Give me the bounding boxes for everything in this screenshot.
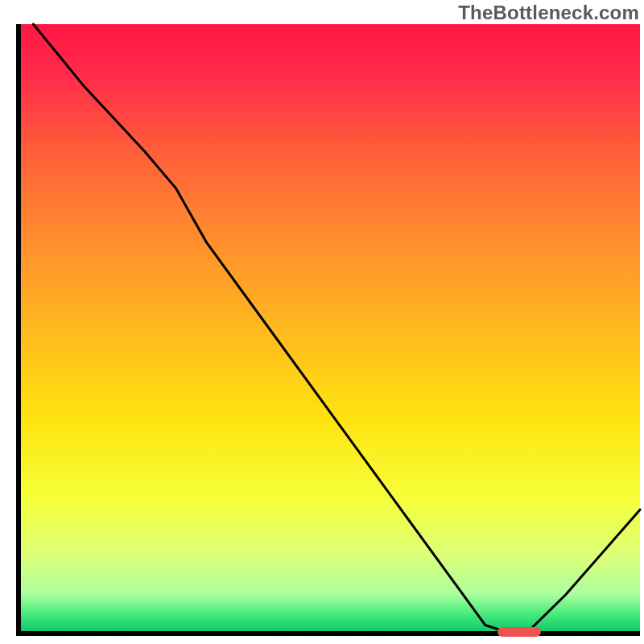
optimal-marker [497, 627, 541, 637]
chart-frame: TheBottleneck.com [0, 0, 644, 644]
bottleneck-plot [0, 0, 644, 644]
x-axis [16, 631, 640, 636]
y-axis [16, 24, 21, 636]
plot-background [21, 24, 640, 631]
